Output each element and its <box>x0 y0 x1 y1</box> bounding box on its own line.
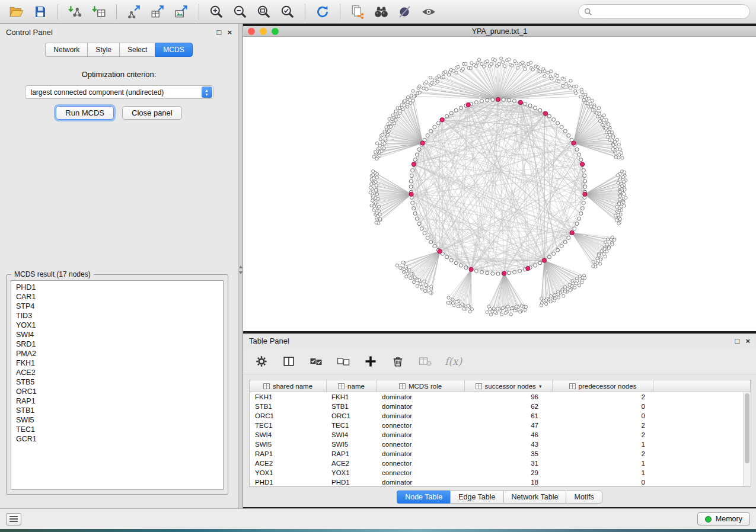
tab-network[interactable]: Network <box>45 43 87 57</box>
cell-shared-name: SWI5 <box>250 441 327 448</box>
table-row[interactable]: STB1STB1dominator620 <box>250 402 743 411</box>
column-header-name[interactable]: name <box>327 380 377 392</box>
result-node[interactable]: TEC1 <box>16 425 218 434</box>
table-panel-title: Table Panel <box>249 336 289 345</box>
table-row[interactable]: SWI4SWI4dominator462 <box>250 430 743 440</box>
result-node[interactable]: PMA2 <box>16 349 218 358</box>
result-node[interactable]: STB5 <box>16 377 218 387</box>
tab-motifs[interactable]: Motifs <box>566 491 602 504</box>
search-network-button[interactable] <box>371 2 392 21</box>
cell-role: connector <box>377 422 465 429</box>
import-table-button[interactable] <box>88 2 110 21</box>
table-row[interactable]: RAP1RAP1dominator352 <box>250 449 743 459</box>
cell-predecessors: 2 <box>553 431 653 438</box>
table-row[interactable]: SWI5SWI5connector431 <box>250 440 743 449</box>
table-row[interactable]: ORC1ORC1dominator610 <box>250 411 743 421</box>
export-network-icon <box>126 4 142 20</box>
cell-successors: 43 <box>465 441 553 448</box>
tab-mcds[interactable]: MCDS <box>155 43 192 57</box>
zoom-fit-button[interactable] <box>253 2 275 21</box>
float-panel-icon[interactable]: □ <box>735 337 740 345</box>
result-node[interactable]: SWI4 <box>16 330 218 339</box>
result-node[interactable]: FKH1 <box>16 358 218 368</box>
result-node[interactable]: STP4 <box>16 302 218 311</box>
splitter-expand-icon[interactable] <box>239 271 243 274</box>
result-node[interactable]: STB1 <box>16 406 218 415</box>
result-node[interactable]: PHD1 <box>16 283 218 292</box>
select-all-button[interactable] <box>308 354 324 369</box>
clone-network-button[interactable] <box>347 2 368 21</box>
close-window-icon[interactable] <box>248 28 255 35</box>
result-node[interactable]: SRD1 <box>16 339 218 349</box>
result-node[interactable]: CAR1 <box>16 292 218 302</box>
open-button[interactable] <box>6 2 27 21</box>
import-network-button[interactable] <box>65 2 86 21</box>
table-row[interactable]: TEC1TEC1connector472 <box>250 421 743 430</box>
network-window-titlebar[interactable]: YPA_prune.txt_1 <box>243 26 756 37</box>
result-node[interactable]: ORC1 <box>16 387 218 396</box>
run-mcds-button[interactable]: Run MCDS <box>56 106 114 120</box>
tab-node-table[interactable]: Node Table <box>397 491 450 504</box>
graphics-details-button[interactable] <box>394 2 416 21</box>
sort-desc-icon: ▾ <box>539 383 542 389</box>
zoom-selected-button[interactable] <box>277 2 298 21</box>
column-header-mcds-role[interactable]: MCDS role <box>377 380 465 392</box>
network-canvas[interactable] <box>243 37 756 331</box>
show-columns-button[interactable] <box>281 354 296 369</box>
result-node[interactable]: YOX1 <box>16 321 218 330</box>
column-header-shared-name[interactable]: shared name <box>250 380 327 392</box>
column-header-successor-nodes[interactable]: successor nodes ▾ <box>465 380 553 392</box>
result-node[interactable]: ACE2 <box>16 368 218 377</box>
export-network-button[interactable] <box>123 2 145 21</box>
tab-edge-table[interactable]: Edge Table <box>450 491 503 504</box>
minimize-window-icon[interactable] <box>260 28 267 35</box>
delete-column-button[interactable] <box>390 354 406 369</box>
control-panel-tabs: Network Style Select MCDS <box>0 43 238 57</box>
maximize-window-icon[interactable] <box>272 28 279 35</box>
result-node[interactable]: GCR1 <box>16 434 218 444</box>
table-settings-button[interactable] <box>254 354 269 369</box>
search-input[interactable] <box>596 8 744 16</box>
cell-predecessors: 1 <box>553 469 653 476</box>
toolbar-separator <box>116 4 117 20</box>
cell-name: TEC1 <box>327 422 377 429</box>
mcds-result-title: MCDS result (17 nodes) <box>11 270 94 278</box>
cell-shared-name: STB1 <box>250 403 327 410</box>
deselect-all-button[interactable] <box>336 354 351 369</box>
result-node[interactable]: TID3 <box>16 311 218 321</box>
table-scrollbar[interactable] <box>743 392 751 486</box>
export-table-button[interactable] <box>147 2 168 21</box>
table-row[interactable]: ACE2ACE2connector311 <box>250 459 743 468</box>
status-menu-button[interactable] <box>6 513 21 525</box>
vertical-splitter[interactable] <box>238 24 243 508</box>
cell-shared-name: ACE2 <box>250 460 327 467</box>
deselect-all-icon <box>336 354 350 368</box>
close-panel-button[interactable]: Close panel <box>122 106 182 120</box>
add-column-button[interactable] <box>363 354 378 369</box>
tab-style[interactable]: Style <box>87 43 119 57</box>
scrollbar-thumb[interactable] <box>745 393 749 463</box>
result-node[interactable]: SWI5 <box>16 415 218 425</box>
select-all-icon <box>309 354 323 368</box>
optimization-criterion-select[interactable]: largest connected component (undirected)… <box>25 85 213 99</box>
zoom-in-button[interactable] <box>206 2 227 21</box>
network-graph[interactable] <box>243 37 756 331</box>
save-button[interactable] <box>30 2 51 21</box>
table-row[interactable]: YOX1YOX1connector291 <box>250 468 743 477</box>
export-image-button[interactable] <box>171 2 192 21</box>
refresh-button[interactable] <box>312 2 333 21</box>
table-row[interactable]: PHD1PHD1dominator180 <box>250 477 743 486</box>
close-panel-icon[interactable]: × <box>745 337 750 345</box>
splitter-collapse-icon[interactable] <box>239 265 243 268</box>
cell-successors: 35 <box>465 450 553 457</box>
close-panel-icon[interactable]: × <box>227 28 232 36</box>
tab-network-table[interactable]: Network Table <box>503 491 566 504</box>
memory-button[interactable]: Memory <box>697 512 750 525</box>
zoom-out-button[interactable] <box>229 2 251 21</box>
tab-select[interactable]: Select <box>119 43 155 57</box>
table-row[interactable]: FKH1FKH1dominator962 <box>250 392 743 402</box>
result-node[interactable]: RAP1 <box>16 396 218 406</box>
show-hide-button[interactable] <box>418 2 439 21</box>
float-panel-icon[interactable]: □ <box>217 28 222 36</box>
column-header-predecessor-nodes[interactable]: predecessor nodes <box>553 380 653 392</box>
